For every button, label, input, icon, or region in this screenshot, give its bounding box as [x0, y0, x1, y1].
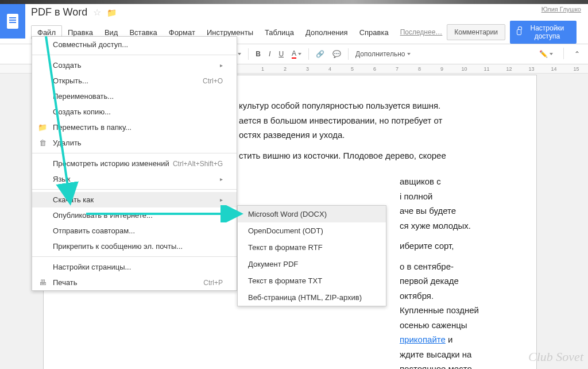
menu-send-authors[interactable]: Отправить соавторам... [32, 223, 237, 239]
underline-button[interactable]: U [275, 48, 287, 60]
window-topbar [0, 0, 588, 4]
user-name[interactable]: Юлия Глушко [541, 6, 581, 13]
menu-table[interactable]: Таблица [259, 26, 300, 39]
edit-mode-button[interactable]: ✏️ [536, 48, 556, 60]
print-icon: 🖶 [38, 278, 47, 287]
file-menu-dropdown: Совместный доступ... Создать▸ Открыть...… [32, 36, 237, 291]
menu-download-as[interactable]: Скачать как▸ [32, 192, 237, 207]
menu-share[interactable]: Совместный доступ... [32, 37, 237, 52]
star-icon[interactable]: ☆ [93, 7, 101, 18]
submenu-html[interactable]: Веб-страница (HTML, ZIP-архив) [238, 289, 386, 306]
menu-language[interactable]: Язык▸ [32, 171, 237, 187]
recent-link[interactable]: Последнее… [400, 28, 443, 36]
folder-icon[interactable]: 📁 [107, 8, 117, 17]
menu-publish[interactable]: Опубликовать в Интернете... [32, 207, 237, 223]
trash-icon: 🗑 [38, 139, 47, 147]
submenu-txt[interactable]: Текст в формате TXT [238, 272, 386, 289]
link-button[interactable]: 🔗 [312, 48, 328, 60]
share-label: Настройки доступа [525, 24, 570, 40]
share-button[interactable]: Настройки доступа [510, 21, 577, 44]
menu-history[interactable]: Просмотреть историю измененийCtrl+Alt+Sh… [32, 156, 237, 171]
menu-create[interactable]: Создать▸ [32, 57, 237, 73]
text-color-button[interactable]: A [288, 47, 305, 61]
submenu-odt[interactable]: OpenDocument (ODT) [238, 222, 386, 239]
menu-print[interactable]: 🖶ПечатьCtrl+P [32, 275, 237, 290]
menu-open[interactable]: Открыть...Ctrl+O [32, 73, 237, 89]
docs-icon [7, 14, 18, 29]
lock-icon [517, 29, 521, 35]
collapse-button[interactable]: ⌃ [571, 48, 583, 60]
italic-button[interactable]: I [265, 48, 274, 60]
menu-page-setup[interactable]: Настройки страницы... [32, 259, 237, 275]
menu-copy[interactable]: Создать копию... [32, 104, 237, 120]
docs-logo[interactable] [0, 4, 25, 39]
download-as-submenu: Microsoft Word (DOCX) OpenDocument (ODT)… [237, 205, 386, 306]
menu-rename[interactable]: Переименовать... [32, 89, 237, 104]
menu-delete[interactable]: 🗑Удалить [32, 135, 237, 151]
menu-addons[interactable]: Дополнения [300, 26, 354, 39]
menu-help[interactable]: Справка [354, 26, 394, 39]
doc-title[interactable]: PDF в Word [31, 6, 87, 18]
submenu-rtf[interactable]: Текст в формате RTF [238, 239, 386, 256]
more-select[interactable]: Дополнительно [352, 48, 414, 60]
bold-button[interactable]: B [252, 48, 264, 60]
submenu-docx[interactable]: Microsoft Word (DOCX) [238, 206, 386, 222]
comment-button[interactable]: 💬 [329, 48, 345, 60]
submenu-pdf[interactable]: Документ PDF [238, 256, 386, 272]
link[interactable]: прикопайте [400, 335, 446, 344]
menu-attach-email[interactable]: Прикрепить к сообщению эл. почты... [32, 239, 237, 254]
comments-button[interactable]: Комментарии [447, 24, 505, 40]
folder-icon: 📁 [38, 123, 47, 132]
menu-move[interactable]: 📁Переместить в папку... [32, 120, 237, 135]
